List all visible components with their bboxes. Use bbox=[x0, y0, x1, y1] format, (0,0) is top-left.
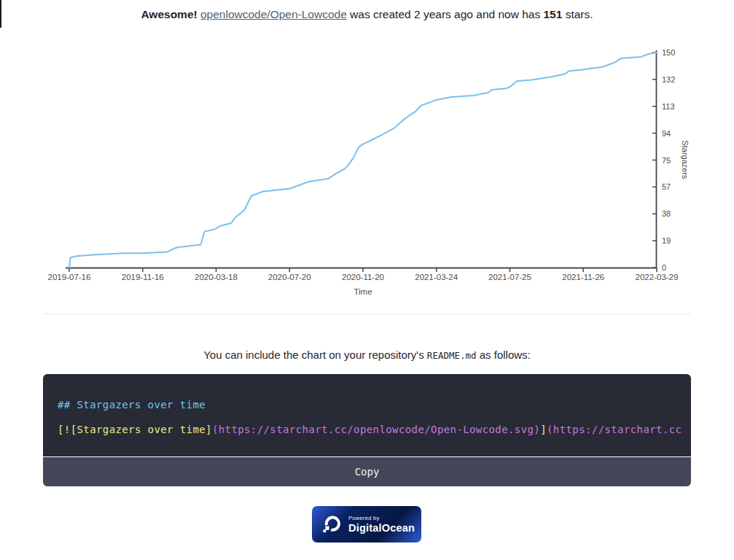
title-middle: was created 2 years ago and now has bbox=[347, 8, 544, 20]
badge-powered-by-label: Powered by bbox=[348, 515, 415, 521]
y-tick-label: 57 bbox=[662, 182, 671, 191]
code-line-heading: ## Stargazers over time bbox=[58, 392, 691, 417]
y-axis-title: Stargazers bbox=[681, 140, 690, 179]
x-tick-label: 2020-11-20 bbox=[342, 273, 384, 281]
y-tick-label: 94 bbox=[662, 129, 671, 138]
y-tick-label: 75 bbox=[662, 156, 671, 165]
x-tick-label: 2021-03-24 bbox=[415, 273, 458, 281]
x-tick-label: 2019-07-16 bbox=[48, 273, 91, 281]
instructions-before: You can include the chart on your reposi… bbox=[203, 349, 427, 361]
x-axis-title: Time bbox=[354, 287, 372, 296]
instructions-after: as follows: bbox=[477, 349, 531, 361]
x-tick-label: 2020-03-18 bbox=[195, 273, 238, 281]
page-title: Awesome! openlowcode/Open-Lowcode was cr… bbox=[0, 8, 734, 21]
y-tick-label: 132 bbox=[662, 75, 675, 84]
stargazers-chart: 2019-07-162019-11-162020-03-182020-07-20… bbox=[0, 42, 734, 298]
y-tick-label: 19 bbox=[662, 236, 671, 245]
code-segment-purple: (https://starchart.cc/openlowcode/Open-L… bbox=[212, 424, 540, 435]
include-instructions: You can include the chart on your reposi… bbox=[0, 349, 734, 361]
stargazers-line-chart: 2019-07-162019-11-162020-03-182020-07-20… bbox=[0, 42, 734, 298]
x-tick-label: 2022-03-29 bbox=[636, 273, 679, 281]
title-suffix: stars. bbox=[562, 8, 593, 20]
code-segment-yellow: ] bbox=[540, 424, 547, 435]
y-tick-label: 38 bbox=[662, 209, 671, 218]
digitalocean-badge[interactable]: Powered by DigitalOcean bbox=[312, 506, 421, 542]
y-tick-label: 113 bbox=[662, 102, 675, 111]
y-tick-label: 150 bbox=[662, 48, 675, 57]
title-awesome: Awesome! bbox=[141, 8, 197, 20]
readme-filename: README.md bbox=[427, 350, 477, 361]
x-tick-label: 2021-11-26 bbox=[562, 273, 604, 281]
code-segment-purple: (https://starchart.cc bbox=[547, 424, 682, 435]
y-tick-label: 0 bbox=[662, 263, 666, 272]
markdown-snippet-block: ## Stargazers over time [![Stargazers ov… bbox=[43, 374, 691, 486]
x-tick-label: 2019-11-16 bbox=[122, 273, 164, 281]
code-line-markdown: [![Stargazers over time](https://starcha… bbox=[58, 417, 691, 442]
code-segment-yellow: [![Stargazers over time] bbox=[58, 424, 212, 435]
copy-button[interactable]: Copy bbox=[43, 457, 691, 486]
x-tick-label: 2020-07-20 bbox=[268, 273, 311, 281]
x-tick-label: 2021-07-25 bbox=[488, 273, 531, 281]
digitalocean-logo-icon bbox=[323, 515, 342, 534]
code-area: ## Stargazers over time [![Stargazers ov… bbox=[43, 374, 691, 456]
repo-link[interactable]: openlowcode/Open-Lowcode bbox=[200, 8, 347, 20]
section-divider bbox=[43, 314, 691, 314]
star-count: 151 bbox=[543, 8, 562, 20]
badge-brand-label: DigitalOcean bbox=[348, 522, 415, 534]
stargazers-series-line bbox=[69, 52, 657, 268]
